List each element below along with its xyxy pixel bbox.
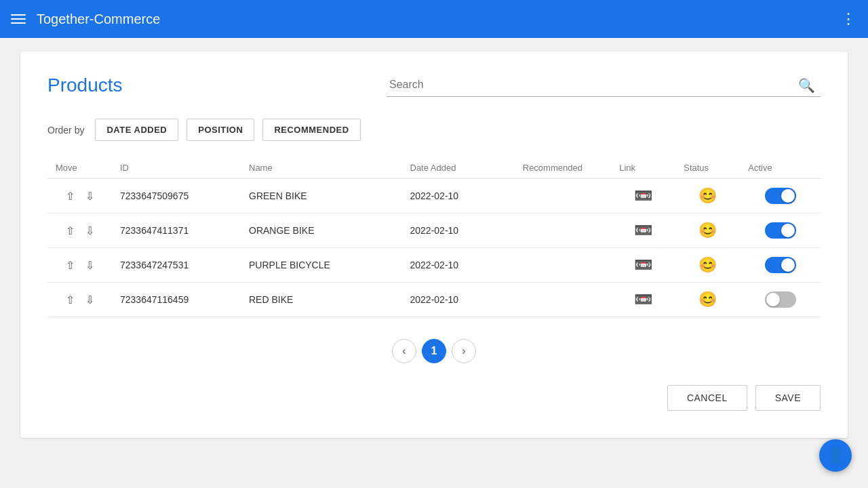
product-name: PURPLE BICYCLE — [241, 248, 402, 283]
move-up-button[interactable]: ⇧ — [63, 292, 77, 308]
order-recommended-button[interactable]: RECOMMENDED — [262, 119, 360, 141]
product-name: ORANGE BIKE — [241, 214, 402, 248]
fab-icon: 👤 — [827, 447, 845, 464]
product-name: GREEN BIKE — [241, 179, 402, 214]
hamburger-menu-icon[interactable] — [11, 14, 26, 24]
table-row: ⇧ ⇩ 7233647116459RED BIKE2022-02-10📼😊 — [47, 283, 821, 317]
product-link[interactable]: 📼 — [611, 283, 675, 317]
search-container: 🔍 — [387, 73, 821, 97]
orderby-row: Order by DATE ADDED POSITION RECOMMENDED — [47, 119, 821, 141]
pagination: ‹ 1 › — [47, 339, 821, 363]
table-row: ⇧ ⇩ 7233647509675GREEN BIKE2022-02-10📼😊 — [47, 179, 821, 214]
move-up-button[interactable]: ⇧ — [63, 258, 77, 273]
table-row: ⇧ ⇩ 7233647247531PURPLE BICYCLE2022-02-1… — [47, 248, 821, 283]
product-active[interactable] — [740, 248, 821, 283]
move-down-button[interactable]: ⇩ — [83, 223, 97, 239]
product-recommended — [515, 248, 612, 283]
toggle-slider — [765, 222, 796, 239]
link-icon[interactable]: 📼 — [634, 222, 652, 239]
fab-button[interactable]: 👤 — [819, 439, 852, 472]
product-table: Move ID Name Date Added Recommended Link… — [47, 157, 821, 317]
product-id: 7233647116459 — [112, 283, 241, 317]
active-toggle[interactable] — [765, 257, 796, 273]
link-icon[interactable]: 📼 — [634, 256, 652, 273]
search-input[interactable] — [387, 73, 821, 97]
active-toggle[interactable] — [765, 291, 796, 308]
col-header-id: ID — [112, 157, 241, 179]
product-recommended — [515, 283, 612, 317]
product-status[interactable]: 😊 — [675, 248, 740, 283]
app-title: Together-Commerce — [37, 12, 160, 27]
status-icon[interactable]: 😊 — [698, 291, 717, 308]
product-recommended — [515, 214, 612, 248]
product-id: 7233647411371 — [112, 214, 241, 248]
main-card: Products 🔍 Order by DATE ADDED POSITION … — [20, 52, 848, 438]
product-date: 2022-02-10 — [402, 248, 515, 283]
toggle-slider — [765, 291, 796, 308]
status-icon[interactable]: 😊 — [698, 256, 717, 273]
pagination-next-button[interactable]: › — [452, 339, 476, 363]
order-position-button[interactable]: POSITION — [186, 119, 254, 141]
order-date-added-button[interactable]: DATE ADDED — [95, 119, 178, 141]
link-icon[interactable]: 📼 — [634, 291, 652, 308]
col-header-name: Name — [241, 157, 402, 179]
product-active[interactable] — [740, 283, 821, 317]
product-link[interactable]: 📼 — [611, 248, 675, 283]
save-button[interactable]: SAVE — [755, 385, 821, 411]
product-active[interactable] — [740, 179, 821, 214]
col-header-status: Status — [675, 157, 740, 179]
col-header-move: Move — [47, 157, 112, 179]
link-icon[interactable]: 📼 — [634, 187, 652, 204]
move-down-button[interactable]: ⇩ — [83, 258, 97, 273]
move-cell: ⇧ ⇩ — [47, 283, 112, 317]
page-title: Products — [47, 75, 123, 96]
product-id: 7233647247531 — [112, 248, 241, 283]
table-row: ⇧ ⇩ 7233647411371ORANGE BIKE2022-02-10📼😊 — [47, 214, 821, 248]
topbar-left: Together-Commerce — [11, 12, 160, 27]
status-icon[interactable]: 😊 — [698, 222, 717, 239]
cancel-button[interactable]: CANCEL — [667, 385, 747, 411]
search-icon: 🔍 — [798, 77, 815, 94]
move-cell: ⇧ ⇩ — [47, 214, 112, 248]
pagination-page-1-button[interactable]: 1 — [422, 339, 446, 363]
product-status[interactable]: 😊 — [675, 283, 740, 317]
header-row: Products 🔍 — [47, 73, 821, 97]
product-status[interactable]: 😊 — [675, 179, 740, 214]
toggle-slider — [765, 257, 796, 273]
move-up-button[interactable]: ⇧ — [63, 188, 77, 204]
product-link[interactable]: 📼 — [611, 214, 675, 248]
product-link[interactable]: 📼 — [611, 179, 675, 214]
move-cell: ⇧ ⇩ — [47, 248, 112, 283]
product-status[interactable]: 😊 — [675, 214, 740, 248]
product-date: 2022-02-10 — [402, 179, 515, 214]
pagination-prev-button[interactable]: ‹ — [392, 339, 416, 363]
topbar: Together-Commerce ⋮ — [0, 0, 868, 38]
move-down-button[interactable]: ⇩ — [83, 188, 97, 204]
product-date: 2022-02-10 — [402, 214, 515, 248]
footer-row: CANCEL SAVE — [47, 385, 821, 411]
product-name: RED BIKE — [241, 283, 402, 317]
move-down-button[interactable]: ⇩ — [83, 292, 97, 308]
active-toggle[interactable] — [765, 222, 796, 239]
col-header-recommended: Recommended — [515, 157, 612, 179]
move-up-button[interactable]: ⇧ — [63, 223, 77, 239]
toggle-slider — [765, 188, 796, 204]
active-toggle[interactable] — [765, 188, 796, 204]
product-recommended — [515, 179, 612, 214]
col-header-link: Link — [611, 157, 675, 179]
move-cell: ⇧ ⇩ — [47, 179, 112, 214]
col-header-date: Date Added — [402, 157, 515, 179]
col-header-active: Active — [740, 157, 821, 179]
product-date: 2022-02-10 — [402, 283, 515, 317]
orderby-label: Order by — [47, 125, 84, 136]
more-options-icon[interactable]: ⋮ — [841, 10, 857, 28]
product-id: 7233647509675 — [112, 179, 241, 214]
status-icon[interactable]: 😊 — [698, 187, 717, 204]
product-active[interactable] — [740, 214, 821, 248]
